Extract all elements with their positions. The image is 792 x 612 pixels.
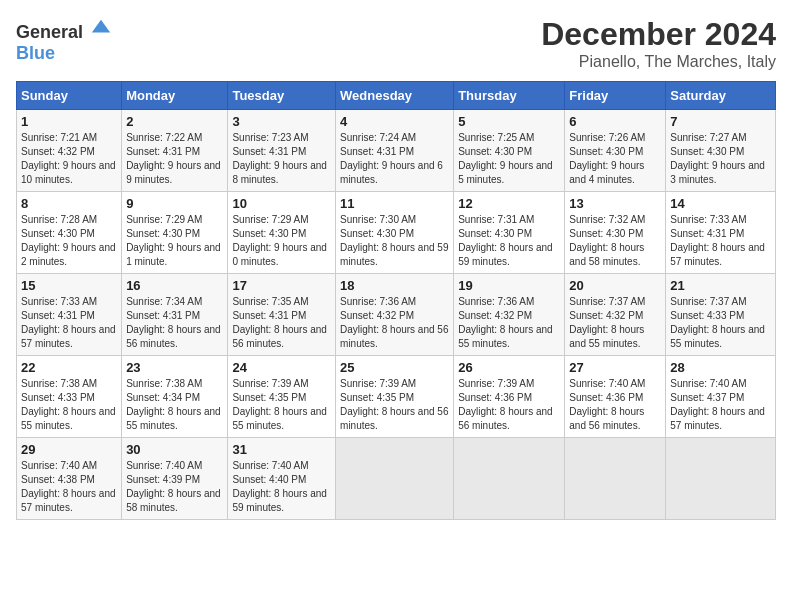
day-number: 10 xyxy=(232,196,331,211)
svg-marker-0 xyxy=(91,20,109,33)
day-number: 9 xyxy=(126,196,223,211)
calendar-header-row: SundayMondayTuesdayWednesdayThursdayFrid… xyxy=(17,82,776,110)
calendar-cell: 10Sunrise: 7:29 AMSunset: 4:30 PMDayligh… xyxy=(228,192,336,274)
day-number: 8 xyxy=(21,196,117,211)
day-number: 6 xyxy=(569,114,661,129)
calendar-cell: 9Sunrise: 7:29 AMSunset: 4:30 PMDaylight… xyxy=(122,192,228,274)
day-number: 27 xyxy=(569,360,661,375)
calendar-cell: 21Sunrise: 7:37 AMSunset: 4:33 PMDayligh… xyxy=(666,274,776,356)
subtitle: Pianello, The Marches, Italy xyxy=(541,53,776,71)
day-detail: Sunrise: 7:38 AMSunset: 4:33 PMDaylight:… xyxy=(21,377,117,433)
calendar-cell: 2Sunrise: 7:22 AMSunset: 4:31 PMDaylight… xyxy=(122,110,228,192)
day-detail: Sunrise: 7:35 AMSunset: 4:31 PMDaylight:… xyxy=(232,295,331,351)
calendar-cell: 11Sunrise: 7:30 AMSunset: 4:30 PMDayligh… xyxy=(336,192,454,274)
calendar-cell: 18Sunrise: 7:36 AMSunset: 4:32 PMDayligh… xyxy=(336,274,454,356)
week-row-5: 29Sunrise: 7:40 AMSunset: 4:38 PMDayligh… xyxy=(17,438,776,520)
day-number: 16 xyxy=(126,278,223,293)
day-number: 22 xyxy=(21,360,117,375)
main-title: December 2024 xyxy=(541,16,776,53)
day-detail: Sunrise: 7:34 AMSunset: 4:31 PMDaylight:… xyxy=(126,295,223,351)
day-detail: Sunrise: 7:22 AMSunset: 4:31 PMDaylight:… xyxy=(126,131,223,187)
day-detail: Sunrise: 7:39 AMSunset: 4:35 PMDaylight:… xyxy=(340,377,449,433)
calendar-cell: 30Sunrise: 7:40 AMSunset: 4:39 PMDayligh… xyxy=(122,438,228,520)
day-number: 31 xyxy=(232,442,331,457)
day-detail: Sunrise: 7:29 AMSunset: 4:30 PMDaylight:… xyxy=(232,213,331,269)
logo: General Blue xyxy=(16,16,112,64)
calendar-cell: 22Sunrise: 7:38 AMSunset: 4:33 PMDayligh… xyxy=(17,356,122,438)
day-detail: Sunrise: 7:40 AMSunset: 4:38 PMDaylight:… xyxy=(21,459,117,515)
day-detail: Sunrise: 7:33 AMSunset: 4:31 PMDaylight:… xyxy=(21,295,117,351)
calendar-cell: 15Sunrise: 7:33 AMSunset: 4:31 PMDayligh… xyxy=(17,274,122,356)
day-number: 29 xyxy=(21,442,117,457)
day-detail: Sunrise: 7:40 AMSunset: 4:40 PMDaylight:… xyxy=(232,459,331,515)
day-number: 24 xyxy=(232,360,331,375)
day-number: 21 xyxy=(670,278,771,293)
day-number: 20 xyxy=(569,278,661,293)
day-detail: Sunrise: 7:31 AMSunset: 4:30 PMDaylight:… xyxy=(458,213,560,269)
day-detail: Sunrise: 7:30 AMSunset: 4:30 PMDaylight:… xyxy=(340,213,449,269)
logo-blue: Blue xyxy=(16,43,55,63)
day-detail: Sunrise: 7:24 AMSunset: 4:31 PMDaylight:… xyxy=(340,131,449,187)
day-number: 14 xyxy=(670,196,771,211)
day-detail: Sunrise: 7:26 AMSunset: 4:30 PMDaylight:… xyxy=(569,131,661,187)
day-detail: Sunrise: 7:36 AMSunset: 4:32 PMDaylight:… xyxy=(458,295,560,351)
day-detail: Sunrise: 7:27 AMSunset: 4:30 PMDaylight:… xyxy=(670,131,771,187)
day-number: 4 xyxy=(340,114,449,129)
day-number: 30 xyxy=(126,442,223,457)
day-detail: Sunrise: 7:38 AMSunset: 4:34 PMDaylight:… xyxy=(126,377,223,433)
column-header-monday: Monday xyxy=(122,82,228,110)
day-detail: Sunrise: 7:39 AMSunset: 4:36 PMDaylight:… xyxy=(458,377,560,433)
calendar-cell xyxy=(454,438,565,520)
day-detail: Sunrise: 7:40 AMSunset: 4:39 PMDaylight:… xyxy=(126,459,223,515)
calendar-cell: 6Sunrise: 7:26 AMSunset: 4:30 PMDaylight… xyxy=(565,110,666,192)
day-number: 26 xyxy=(458,360,560,375)
calendar-cell: 14Sunrise: 7:33 AMSunset: 4:31 PMDayligh… xyxy=(666,192,776,274)
day-detail: Sunrise: 7:37 AMSunset: 4:33 PMDaylight:… xyxy=(670,295,771,351)
day-detail: Sunrise: 7:39 AMSunset: 4:35 PMDaylight:… xyxy=(232,377,331,433)
calendar-table: SundayMondayTuesdayWednesdayThursdayFrid… xyxy=(16,81,776,520)
week-row-3: 15Sunrise: 7:33 AMSunset: 4:31 PMDayligh… xyxy=(17,274,776,356)
day-number: 3 xyxy=(232,114,331,129)
calendar-cell: 5Sunrise: 7:25 AMSunset: 4:30 PMDaylight… xyxy=(454,110,565,192)
day-detail: Sunrise: 7:40 AMSunset: 4:36 PMDaylight:… xyxy=(569,377,661,433)
calendar-cell: 17Sunrise: 7:35 AMSunset: 4:31 PMDayligh… xyxy=(228,274,336,356)
day-detail: Sunrise: 7:36 AMSunset: 4:32 PMDaylight:… xyxy=(340,295,449,351)
day-number: 18 xyxy=(340,278,449,293)
day-number: 17 xyxy=(232,278,331,293)
column-header-wednesday: Wednesday xyxy=(336,82,454,110)
calendar-cell: 20Sunrise: 7:37 AMSunset: 4:32 PMDayligh… xyxy=(565,274,666,356)
calendar-cell: 19Sunrise: 7:36 AMSunset: 4:32 PMDayligh… xyxy=(454,274,565,356)
day-detail: Sunrise: 7:23 AMSunset: 4:31 PMDaylight:… xyxy=(232,131,331,187)
day-number: 13 xyxy=(569,196,661,211)
day-detail: Sunrise: 7:40 AMSunset: 4:37 PMDaylight:… xyxy=(670,377,771,433)
day-detail: Sunrise: 7:28 AMSunset: 4:30 PMDaylight:… xyxy=(21,213,117,269)
column-header-friday: Friday xyxy=(565,82,666,110)
day-detail: Sunrise: 7:25 AMSunset: 4:30 PMDaylight:… xyxy=(458,131,560,187)
calendar-cell: 7Sunrise: 7:27 AMSunset: 4:30 PMDaylight… xyxy=(666,110,776,192)
calendar-cell: 29Sunrise: 7:40 AMSunset: 4:38 PMDayligh… xyxy=(17,438,122,520)
column-header-saturday: Saturday xyxy=(666,82,776,110)
calendar-cell: 23Sunrise: 7:38 AMSunset: 4:34 PMDayligh… xyxy=(122,356,228,438)
day-detail: Sunrise: 7:33 AMSunset: 4:31 PMDaylight:… xyxy=(670,213,771,269)
logo-text: General Blue xyxy=(16,16,112,64)
calendar-cell: 25Sunrise: 7:39 AMSunset: 4:35 PMDayligh… xyxy=(336,356,454,438)
page-header: General Blue December 2024 Pianello, The… xyxy=(16,16,776,71)
day-number: 19 xyxy=(458,278,560,293)
calendar-cell xyxy=(336,438,454,520)
day-number: 23 xyxy=(126,360,223,375)
day-number: 25 xyxy=(340,360,449,375)
calendar-body: 1Sunrise: 7:21 AMSunset: 4:32 PMDaylight… xyxy=(17,110,776,520)
day-number: 11 xyxy=(340,196,449,211)
column-header-thursday: Thursday xyxy=(454,82,565,110)
day-number: 5 xyxy=(458,114,560,129)
calendar-cell: 1Sunrise: 7:21 AMSunset: 4:32 PMDaylight… xyxy=(17,110,122,192)
calendar-cell: 16Sunrise: 7:34 AMSunset: 4:31 PMDayligh… xyxy=(122,274,228,356)
logo-icon xyxy=(90,16,112,38)
calendar-cell xyxy=(666,438,776,520)
week-row-1: 1Sunrise: 7:21 AMSunset: 4:32 PMDaylight… xyxy=(17,110,776,192)
day-number: 12 xyxy=(458,196,560,211)
logo-general: General xyxy=(16,22,83,42)
title-block: December 2024 Pianello, The Marches, Ita… xyxy=(541,16,776,71)
calendar-cell: 8Sunrise: 7:28 AMSunset: 4:30 PMDaylight… xyxy=(17,192,122,274)
calendar-cell: 13Sunrise: 7:32 AMSunset: 4:30 PMDayligh… xyxy=(565,192,666,274)
